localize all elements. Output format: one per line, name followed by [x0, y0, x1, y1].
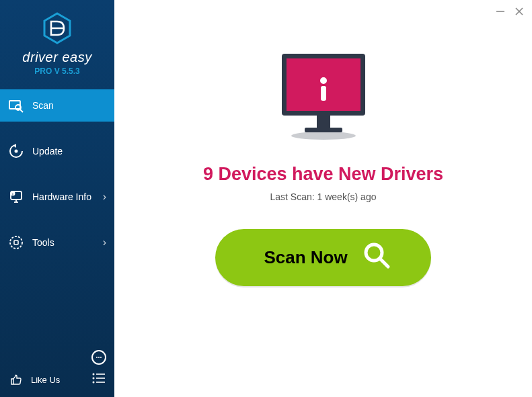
svg-point-16	[100, 357, 102, 358]
monitor-alert-illustration	[270, 47, 377, 150]
svg-rect-31	[305, 128, 342, 132]
svg-rect-27	[287, 58, 360, 111]
svg-point-15	[98, 357, 100, 358]
svg-marker-5	[13, 144, 16, 148]
chevron-right-icon: ›	[103, 236, 106, 249]
svg-line-34	[380, 259, 388, 267]
svg-point-19	[93, 378, 95, 380]
logo-section: driver easy PRO V 5.5.3	[0, 0, 114, 83]
chevron-right-icon: ›	[103, 191, 106, 203]
hardware-info-icon: i	[8, 189, 24, 205]
nav-label: Scan	[32, 100, 106, 111]
status-headline: 9 Devices have New Drivers	[203, 164, 443, 185]
thumbs-up-icon	[8, 371, 24, 388]
scan-icon	[8, 97, 24, 114]
main-content: 9 Devices have New Drivers Last Scan: 1 …	[114, 0, 532, 397]
svg-point-17	[93, 373, 95, 376]
svg-rect-29	[321, 86, 326, 101]
tools-icon	[8, 234, 24, 251]
scan-now-button[interactable]: Scan Now	[215, 229, 430, 286]
svg-point-6	[15, 150, 18, 153]
window-controls	[494, 5, 525, 17]
svg-point-21	[93, 382, 95, 384]
nav-label: Update	[32, 146, 106, 157]
svg-point-28	[320, 77, 327, 84]
svg-point-12	[10, 236, 22, 249]
svg-point-32	[291, 132, 356, 140]
version-label: PRO V 5.5.3	[0, 67, 114, 76]
nav-label: Hardware Info	[32, 191, 103, 202]
search-icon	[363, 241, 391, 274]
like-us-label: Like Us	[31, 375, 60, 385]
sidebar-item-hardware-info[interactable]: i Hardware Info ›	[0, 181, 114, 213]
sidebar-item-scan[interactable]: Scan	[0, 89, 114, 122]
update-icon	[8, 143, 24, 159]
app-logo-icon	[42, 12, 73, 47]
sidebar-item-update[interactable]: Update	[0, 135, 114, 167]
sidebar-nav: Scan Update	[0, 89, 114, 343]
menu-list-icon[interactable]	[91, 372, 106, 387]
minimize-button[interactable]	[494, 5, 506, 17]
scan-now-label: Scan Now	[264, 247, 347, 268]
like-us-button[interactable]: Like Us	[8, 371, 60, 388]
feedback-icon[interactable]	[91, 350, 106, 365]
brand-name: driver easy	[0, 50, 114, 65]
svg-rect-13	[14, 240, 18, 245]
sidebar-item-tools[interactable]: Tools ›	[0, 226, 114, 259]
svg-point-14	[96, 357, 98, 358]
last-scan-text: Last Scan: 1 week(s) ago	[270, 191, 377, 202]
svg-line-4	[20, 109, 23, 112]
close-button[interactable]	[513, 5, 525, 17]
nav-label: Tools	[32, 237, 103, 248]
sidebar-bottom: Like Us	[0, 343, 114, 397]
sidebar: driver easy PRO V 5.5.3 Scan	[0, 0, 114, 397]
svg-rect-30	[317, 116, 330, 129]
